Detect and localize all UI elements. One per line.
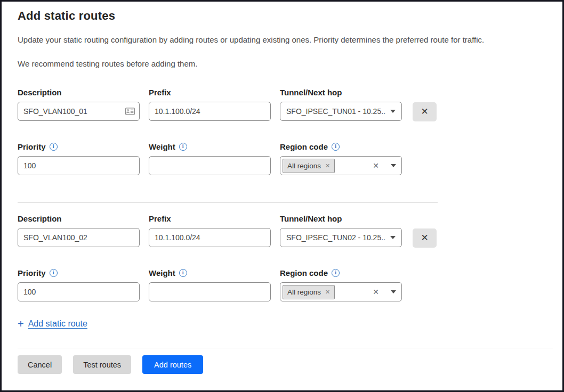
route-1-weight-input[interactable] (149, 156, 271, 175)
info-icon[interactable]: i (332, 143, 340, 151)
route-2-remove-button[interactable]: ✕ (413, 228, 437, 248)
route-2-weight-input[interactable] (149, 282, 271, 301)
region-tag: All regions ✕ (283, 285, 335, 299)
route-1-prefix-input[interactable] (149, 102, 271, 121)
route-2-description-input[interactable] (18, 228, 140, 247)
description-label: Description (18, 88, 140, 97)
route-1-remove-button[interactable]: ✕ (413, 102, 437, 121)
route-2-prefix-input[interactable] (149, 228, 271, 247)
chevron-down-icon[interactable] (391, 164, 396, 167)
route-1-description-input[interactable] (18, 102, 140, 121)
tunnel-selected-value: SFO_IPSEC_TUN02 - 10.25... (286, 233, 386, 242)
route-2-region-multiselect[interactable]: All regions ✕ ✕ (280, 282, 402, 301)
priority-label: Priority (18, 142, 46, 151)
add-static-routes-dialog: Add static routes Update your static rou… (2, 2, 562, 330)
chevron-down-icon (390, 236, 396, 239)
weight-label: Weight (149, 142, 175, 151)
section-divider (18, 202, 438, 203)
info-icon[interactable]: i (179, 143, 187, 151)
add-static-route-label: Add static route (28, 319, 87, 329)
route-2-description-field: Description (18, 214, 140, 247)
add-static-route-link[interactable]: + Add static route (18, 318, 87, 329)
tunnel-label: Tunnel/Next hop (280, 88, 402, 97)
description-label: Description (18, 214, 140, 223)
route-2-tunnel-field: Tunnel/Next hop SFO_IPSEC_TUN02 - 10.25.… (280, 214, 402, 247)
page-title: Add static routes (18, 9, 546, 23)
intro-text: Update your static routing configuration… (18, 35, 546, 44)
route-2-tunnel-select[interactable]: SFO_IPSEC_TUN02 - 10.25... (280, 228, 402, 247)
route-1-prefix-field: Prefix (149, 88, 271, 121)
route-2-region-field: Region code i All regions ✕ ✕ (280, 268, 402, 301)
footer-actions: Cancel Test routes Add routes (2, 348, 562, 374)
region-label: Region code (280, 142, 328, 151)
clear-selection-icon[interactable]: ✕ (373, 162, 379, 169)
route-1-region-multiselect[interactable]: All regions ✕ ✕ (280, 156, 402, 175)
route-1-priority-field: Priority i (18, 142, 140, 175)
cancel-button[interactable]: Cancel (18, 355, 62, 374)
region-tag-label: All regions (287, 162, 321, 170)
region-tag: All regions ✕ (283, 159, 335, 173)
route-1-tunnel-field: Tunnel/Next hop SFO_IPSEC_TUN01 - 10.25.… (280, 88, 402, 121)
route-1-priority-input[interactable] (18, 156, 140, 175)
contact-card-icon (125, 108, 135, 115)
route-1-description-field: Description (18, 88, 140, 121)
chevron-down-icon[interactable] (391, 290, 396, 293)
info-icon[interactable]: i (332, 269, 340, 277)
region-label: Region code (280, 268, 328, 277)
prefix-label: Prefix (149, 88, 271, 97)
add-routes-button[interactable]: Add routes (142, 355, 203, 374)
tunnel-label: Tunnel/Next hop (280, 214, 402, 223)
info-icon[interactable]: i (50, 269, 58, 277)
route-2-prefix-field: Prefix (149, 214, 271, 247)
tag-close-icon[interactable]: ✕ (325, 163, 330, 169)
route-1-weight-field: Weight i (149, 142, 271, 175)
route-2-main-row: Description Prefix Tunnel/Next hop SFO_I… (18, 214, 546, 248)
region-tag-label: All regions (287, 288, 321, 296)
route-2-priority-input[interactable] (18, 282, 140, 301)
clear-selection-icon[interactable]: ✕ (373, 288, 379, 296)
recommendation-text: We recommend testing routes before addin… (18, 59, 546, 68)
chevron-down-icon (390, 110, 396, 113)
route-1-main-row: Description Prefix Tunnel/Next hop SFO_ (18, 88, 546, 121)
route-1-tunnel-select[interactable]: SFO_IPSEC_TUN01 - 10.25... (280, 102, 402, 121)
info-icon[interactable]: i (179, 269, 187, 277)
priority-label: Priority (18, 268, 46, 277)
route-2-weight-field: Weight i (149, 268, 271, 301)
test-routes-button[interactable]: Test routes (73, 355, 131, 374)
prefix-label: Prefix (149, 214, 271, 223)
route-1-secondary-row: Priority i Weight i Region code i All re… (18, 142, 546, 175)
route-2-priority-field: Priority i (18, 268, 140, 301)
info-icon[interactable]: i (50, 143, 58, 151)
weight-label: Weight (149, 268, 175, 277)
route-1-region-field: Region code i All regions ✕ ✕ (280, 142, 402, 175)
route-2-secondary-row: Priority i Weight i Region code i All re… (18, 268, 546, 301)
plus-icon: + (18, 318, 24, 329)
tunnel-selected-value: SFO_IPSEC_TUN01 - 10.25... (286, 107, 386, 116)
tag-close-icon[interactable]: ✕ (325, 289, 330, 295)
